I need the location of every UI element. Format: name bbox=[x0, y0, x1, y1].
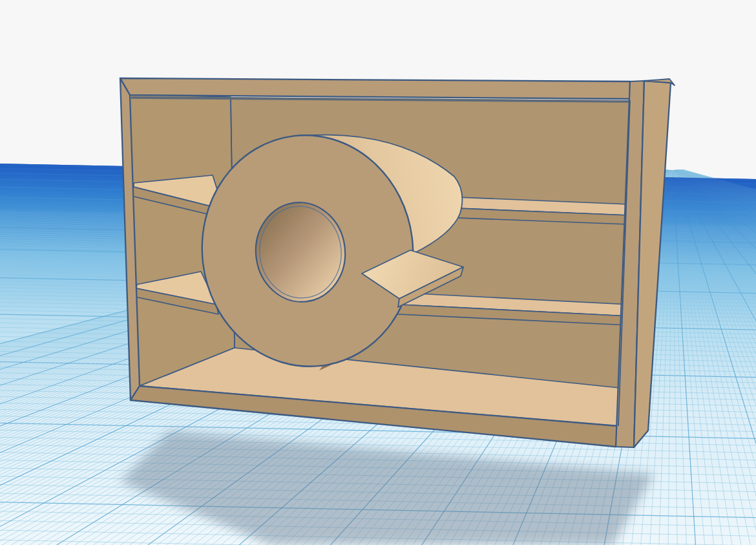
3d-viewport[interactable] bbox=[0, 0, 756, 545]
shelf-model[interactable] bbox=[120, 78, 675, 447]
scene-canvas[interactable] bbox=[0, 0, 756, 545]
top-panel[interactable] bbox=[120, 78, 630, 99]
